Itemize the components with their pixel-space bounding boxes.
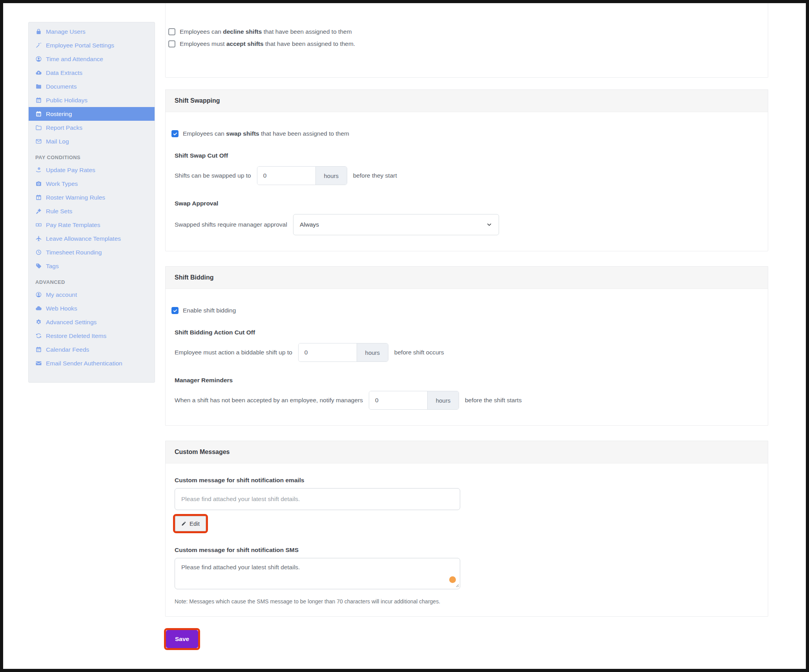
swap-cutoff-suffix: before they start — [353, 172, 397, 179]
cloud-icon — [35, 305, 42, 312]
sidebar-item-employee-portal-settings[interactable]: Employee Portal Settings — [29, 38, 155, 52]
bidding-cutoff-unit: hours — [357, 343, 388, 361]
swap-shifts-row: Employees can swap shifts that have been… — [171, 130, 759, 137]
tag-icon — [35, 263, 42, 269]
accept-shifts-checkbox[interactable] — [168, 40, 175, 47]
sidebar-item-documents[interactable]: Documents — [29, 80, 155, 93]
sidebar-item-label: Advanced Settings — [46, 319, 97, 326]
enable-bidding-label: Enable shift bidding — [183, 307, 236, 314]
manager-reminders-hours-input[interactable] — [369, 391, 427, 409]
enable-bidding-checkbox[interactable] — [171, 307, 179, 314]
sidebar-item-label: Tags — [46, 263, 59, 270]
sidebar-item-rule-sets[interactable]: Rule Sets — [29, 204, 155, 218]
sidebar-item-label: Work Types — [46, 180, 78, 187]
decline-shifts-checkbox[interactable] — [168, 28, 175, 35]
swap-approval-label: Swapped shifts require manager approval — [175, 221, 287, 228]
sidebar-item-calendar-feeds[interactable]: Calendar Feeds — [29, 343, 155, 356]
lock-icon — [35, 28, 42, 35]
resize-grip-icon[interactable] — [455, 583, 459, 587]
cloud-download-icon — [35, 69, 42, 76]
swap-cutoff-hours-input[interactable] — [257, 167, 315, 185]
sidebar-item-label: Public Holidays — [46, 97, 87, 104]
gavel-icon — [35, 208, 42, 214]
decline-shifts-label: Employees can decline shifts that have b… — [180, 28, 352, 35]
sidebar-item-label: Web Hooks — [46, 305, 77, 312]
sidebar-item-label: Rule Sets — [46, 208, 72, 215]
swap-approval-select[interactable]: Always — [293, 214, 499, 235]
bidding-cutoff-hours-input[interactable] — [299, 343, 357, 361]
edit-button-highlight: Edit — [173, 514, 208, 533]
custom-messages-card: Custom Messages Custom message for shift… — [165, 441, 768, 617]
sidebar-item-advanced-settings[interactable]: Advanced Settings — [29, 315, 155, 329]
bidding-cutoff-label: Employee must action a biddable shift up… — [175, 349, 292, 356]
sidebar-item-report-packs[interactable]: Report Packs — [29, 121, 155, 134]
sidebar-item-label: My account — [46, 291, 77, 298]
camera-icon — [35, 180, 42, 187]
chevron-down-icon — [486, 222, 492, 228]
folder-icon — [35, 83, 42, 90]
sidebar-item-label: Timesheet Rounding — [46, 249, 102, 256]
sidebar-item-web-hooks[interactable]: Web Hooks — [29, 301, 155, 315]
sidebar-item-leave-allowance-templates[interactable]: Leave Allowance Templates — [29, 232, 155, 245]
envelope-filled-icon — [35, 360, 42, 367]
shift-swap-cutoff-heading: Shift Swap Cut Off — [175, 152, 759, 159]
accept-shifts-label: Employees must accept shifts that have b… — [180, 40, 355, 47]
swap-cutoff-label: Shifts can be swapped up to — [175, 172, 251, 179]
sidebar-item-pay-rate-templates[interactable]: Pay Rate Templates — [29, 218, 155, 232]
manager-reminders-suffix: before the shift starts — [465, 397, 522, 404]
sidebar-item-mail-log[interactable]: Mail Log — [29, 134, 155, 148]
user-circle-icon — [35, 291, 42, 298]
sidebar-item-label: Rostering — [46, 111, 72, 118]
sidebar-section-pay-conditions: PAY CONDITIONS — [29, 148, 155, 163]
sidebar-item-label: Leave Allowance Templates — [46, 235, 121, 242]
folder-outline-icon — [35, 124, 42, 131]
sidebar-item-email-sender-authentication[interactable]: Email Sender Authentication — [29, 356, 155, 370]
sidebar-item-update-pay-rates[interactable]: Update Pay Rates — [29, 163, 155, 177]
clock-icon — [35, 249, 42, 256]
sidebar-item-label: Update Pay Rates — [46, 167, 95, 174]
sidebar-item-timesheet-rounding[interactable]: Timesheet Rounding — [29, 245, 155, 259]
sidebar-item-label: Restore Deleted Items — [46, 332, 106, 340]
sms-note: Note: Messages which cause the SMS messa… — [175, 596, 467, 607]
calendar-icon — [35, 111, 42, 117]
restore-icon — [35, 332, 42, 339]
email-message-input[interactable] — [175, 488, 460, 510]
sidebar-item-manage-users[interactable]: Manage Users — [29, 25, 155, 38]
calendar-icon — [35, 346, 42, 353]
sidebar-item-data-extracts[interactable]: Data Extracts — [29, 66, 155, 80]
manager-reminders-heading: Manager Reminders — [175, 377, 759, 384]
sidebar-item-restore-deleted-items[interactable]: Restore Deleted Items — [29, 329, 155, 343]
save-button[interactable]: Save — [166, 630, 198, 648]
swap-shifts-label: Employees can swap shifts that have been… — [183, 130, 349, 137]
manager-reminders-unit: hours — [427, 391, 459, 409]
annotation-dot — [449, 576, 456, 583]
sidebar-item-work-types[interactable]: Work Types — [29, 177, 155, 191]
sidebar-item-label: Time and Attendance — [46, 56, 103, 63]
sidebar-item-roster-warning-rules[interactable]: Roster Warning Rules — [29, 191, 155, 204]
sidebar-item-label: Manage Users — [46, 28, 86, 35]
swap-shifts-checkbox[interactable] — [171, 130, 179, 137]
shift-bidding-card: Shift Bidding Enable shift bidding Shift… — [165, 266, 768, 426]
sidebar-item-label: Pay Rate Templates — [46, 222, 100, 229]
banknote-icon — [35, 222, 42, 228]
sidebar-item-rostering[interactable]: Rostering — [29, 107, 155, 121]
decline-shifts-row: Employees can decline shifts that have b… — [168, 28, 759, 35]
plane-icon — [35, 235, 42, 242]
sidebar-item-public-holidays[interactable]: Public Holidays — [29, 93, 155, 107]
sidebar-item-time-and-attendance[interactable]: Time and Attendance — [29, 52, 155, 66]
sidebar-item-label: Calendar Feeds — [46, 346, 89, 353]
sidebar-item-my-account[interactable]: My account — [29, 288, 155, 301]
save-button-highlight: Save — [164, 628, 200, 650]
shift-swapping-title: Shift Swapping — [166, 90, 768, 112]
gear-icon — [35, 319, 42, 325]
sms-message-label: Custom message for shift notification SM… — [175, 547, 759, 554]
sidebar-item-tags[interactable]: Tags — [29, 259, 155, 273]
user-clock-icon — [35, 56, 42, 62]
sidebar-item-label: Documents — [46, 83, 77, 90]
sms-message-textarea[interactable]: Please find attached your latest shift d… — [175, 558, 460, 589]
bidding-cutoff-heading: Shift Bidding Action Cut Off — [175, 329, 759, 336]
swap-approval-heading: Swap Approval — [175, 200, 759, 207]
calendar-warning-icon — [35, 194, 42, 201]
sidebar-item-label: Data Extracts — [46, 69, 82, 76]
edit-button[interactable]: Edit — [175, 516, 206, 531]
